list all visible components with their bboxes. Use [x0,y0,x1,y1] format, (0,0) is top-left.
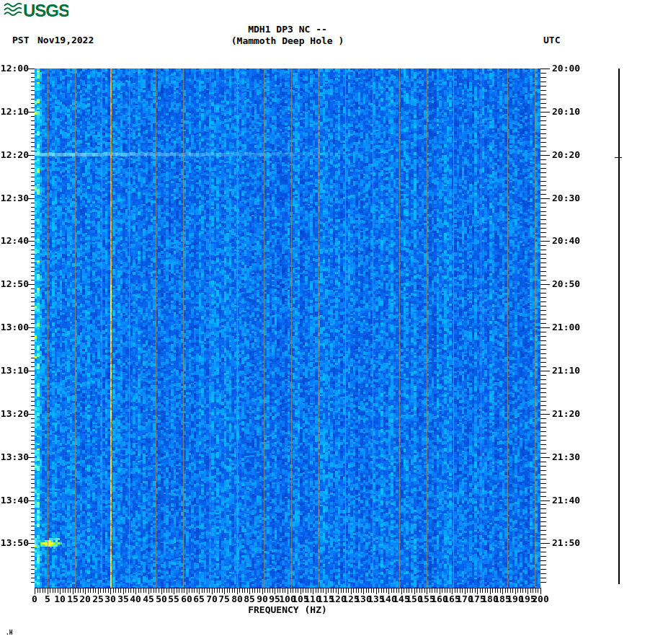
y-axis-label-utc: 20:10 [552,107,580,116]
y-axis-major-tick [28,371,35,371]
x-axis-minor-tick [371,588,372,593]
y-axis-minor-tick-right [540,332,546,332]
x-axis-minor-tick [333,588,334,593]
y-axis-minor-tick-right [540,401,546,402]
y-axis-minor-tick-right [540,237,546,237]
x-axis-minor-tick [177,588,177,593]
y-axis-minor-tick [31,462,35,462]
y-axis-minor-tick [31,358,35,358]
x-axis-minor-tick [50,588,50,593]
x-axis-minor-tick [166,588,167,593]
y-axis-minor-tick [31,310,35,311]
y-axis-minor-tick-right [540,107,546,108]
y-axis-major-tick-right [540,371,550,371]
y-axis-minor-tick-right [540,582,546,583]
y-axis-minor-tick [31,138,35,138]
y-axis-minor-tick [31,224,35,224]
y-axis-minor-tick [31,479,35,480]
y-axis-label-pst: 12:20 [0,150,29,159]
x-axis-minor-tick [58,588,58,593]
y-axis-minor-tick-right [540,207,546,208]
y-axis-label-utc: 20:50 [552,279,580,288]
y-axis-minor-tick-right [540,358,546,358]
x-axis-minor-tick [346,588,347,593]
y-axis-minor-tick-right [540,172,546,173]
y-axis-minor-tick-right [540,228,546,229]
x-axis-minor-tick [151,588,151,593]
y-axis-minor-tick [31,146,35,147]
x-axis-minor-tick [318,588,319,593]
y-axis-minor-tick-right [540,125,546,125]
x-axis-minor-tick [311,588,311,593]
y-axis-minor-tick [31,129,35,130]
y-axis-minor-tick-right [540,301,546,302]
y-axis-minor-tick [31,177,35,177]
y-axis-minor-tick [31,245,35,246]
y-axis-major-tick [28,414,35,415]
y-axis-minor-tick [31,526,35,526]
y-axis-minor-tick [31,99,35,100]
y-axis-minor-tick [31,504,35,505]
x-axis-minor-tick [535,588,536,593]
y-axis-minor-tick [31,349,35,350]
y-axis-minor-tick-right [540,263,546,263]
y-axis-minor-tick-right [540,319,546,319]
chart-subtitle: (Mammoth Deep Hole ) [231,35,344,46]
x-axis-minor-tick [482,588,483,593]
y-axis-minor-tick-right [540,254,546,255]
y-axis-minor-tick-right [540,345,546,345]
y-axis-minor-tick [31,142,35,143]
x-axis-minor-tick [227,588,228,593]
scale-bar-line [618,69,620,584]
y-axis-minor-tick [31,151,35,151]
y-axis-minor-tick [31,475,35,475]
y-axis-minor-tick-right [540,423,546,423]
y-axis-minor-tick [31,366,35,367]
y-axis-minor-tick [31,565,35,565]
y-axis-minor-tick [31,319,35,319]
y-axis-minor-tick [31,379,35,380]
x-axis-label: 90 [257,594,268,604]
x-axis-minor-tick [169,588,169,593]
y-axis-minor-tick [31,569,35,570]
y-axis-minor-tick-right [540,164,546,164]
x-axis-minor-tick [156,588,156,593]
x-axis-minor-tick [130,588,131,593]
y-axis-minor-tick [31,453,35,454]
y-axis-minor-tick-right [540,504,546,505]
y-axis-label-utc: 21:40 [552,495,580,505]
x-axis-label: 25 [92,594,104,604]
y-axis-minor-tick-right [540,375,546,376]
y-axis-label-utc: 20:20 [552,150,580,159]
y-axis-minor-tick-right [540,513,546,513]
y-axis-major-tick-right [540,112,550,113]
x-axis-minor-tick [222,588,223,593]
y-axis-major-tick-right [540,155,550,156]
y-axis-minor-tick [31,508,35,509]
x-axis-minor-tick [128,588,129,593]
y-axis-minor-tick [31,94,35,95]
y-axis-minor-tick-right [540,340,546,341]
y-axis-minor-tick [31,280,35,281]
x-axis-minor-tick [435,588,435,593]
x-axis-minor-tick [55,588,55,593]
y-axis-major-tick-right [540,414,550,415]
y-axis-minor-tick-right [540,133,546,134]
y-axis-minor-tick [31,159,35,160]
x-axis-minor-tick [381,588,382,593]
y-axis-minor-tick-right [540,81,546,82]
x-axis-minor-tick [267,588,268,593]
x-axis-minor-tick [118,588,119,593]
x-axis-minor-tick [290,588,291,593]
y-axis-minor-tick [31,254,35,255]
y-axis-minor-tick-right [540,475,546,475]
y-axis-minor-tick-right [540,245,546,246]
y-axis-minor-tick-right [540,526,546,526]
y-axis-minor-tick [31,517,35,518]
x-axis-minor-tick [282,588,283,593]
y-axis-minor-tick [31,293,35,294]
y-axis-minor-tick-right [540,77,546,78]
x-axis-minor-tick [455,588,455,593]
y-axis-minor-tick-right [540,314,546,315]
x-axis-minor-tick [182,588,182,593]
